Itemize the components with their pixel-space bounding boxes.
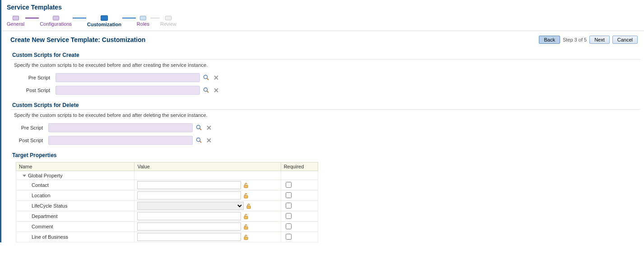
- svg-rect-18: [247, 206, 250, 209]
- step-connector: [122, 18, 136, 19]
- post-script-row: Post Script: [10, 84, 644, 97]
- svg-line-1: [207, 79, 209, 80]
- step-label: Customization: [87, 22, 121, 27]
- required-checkbox[interactable]: [286, 223, 292, 229]
- property-required-cell: [281, 222, 318, 232]
- clear-icon[interactable]: [205, 137, 213, 144]
- property-value-input[interactable]: [137, 233, 241, 241]
- create-scripts-desc: Specify the custom scripts to be execute…: [10, 60, 644, 71]
- post-script-input[interactable]: [48, 136, 193, 145]
- table-row: Line of Business: [16, 232, 318, 242]
- table-row: Department: [16, 211, 318, 222]
- search-icon[interactable]: [195, 137, 203, 144]
- cancel-button[interactable]: Cancel: [612, 36, 638, 44]
- column-header-required[interactable]: Required: [281, 162, 318, 171]
- property-value-input[interactable]: [137, 212, 241, 220]
- svg-point-4: [204, 88, 208, 92]
- target-properties-section: Target Properties Name Value Required Gl…: [1, 147, 644, 242]
- property-value-cell: [134, 180, 281, 190]
- clear-icon[interactable]: [213, 74, 220, 81]
- required-checkbox[interactable]: [286, 234, 292, 240]
- wizard-step-configurations[interactable]: Configurations: [40, 16, 72, 27]
- pre-script-label: Pre Script: [21, 75, 50, 80]
- table-row: Location: [16, 190, 318, 201]
- svg-rect-19: [244, 216, 248, 219]
- step-label: Configurations: [40, 21, 72, 27]
- property-value-cell: [134, 211, 281, 222]
- content-header: Create New Service Template: Customizati…: [1, 31, 644, 46]
- target-properties-table: Name Value Required Global Property Cont…: [16, 162, 318, 242]
- property-name: Comment: [16, 222, 134, 232]
- column-header-name[interactable]: Name: [16, 162, 134, 171]
- step-box-icon: [165, 16, 171, 20]
- property-value-input[interactable]: [137, 223, 241, 231]
- svg-rect-17: [244, 195, 248, 198]
- create-scripts-section: Custom Scripts for Create Specify the cu…: [1, 46, 644, 97]
- required-checkbox[interactable]: [286, 213, 292, 219]
- pre-script-input[interactable]: [48, 123, 193, 132]
- search-icon[interactable]: [203, 74, 210, 81]
- lock-icon[interactable]: [246, 203, 252, 209]
- lock-icon[interactable]: [243, 193, 249, 199]
- property-value-cell: [134, 201, 281, 211]
- wizard-step-general[interactable]: General: [7, 16, 24, 27]
- property-required-cell: [281, 211, 318, 222]
- button-group: Back Step 3 of 5 Next Cancel: [539, 36, 638, 44]
- property-value-cell: [134, 232, 281, 242]
- wizard-step-customization[interactable]: Customization: [87, 15, 121, 27]
- svg-rect-16: [244, 185, 248, 188]
- group-label: Global Property: [28, 173, 62, 178]
- step-connector: [73, 18, 86, 19]
- step-label: Roles: [137, 21, 149, 27]
- group-row[interactable]: Global Property: [16, 171, 318, 180]
- lock-icon[interactable]: [243, 234, 249, 241]
- required-checkbox[interactable]: [286, 182, 292, 188]
- step-connector: [25, 18, 39, 19]
- page-title: Service Templates: [1, 0, 644, 14]
- property-required-cell: [281, 180, 318, 190]
- step-label: Review: [160, 21, 176, 27]
- delete-scripts-desc: Specify the custom scripts to be execute…: [10, 110, 644, 121]
- next-button[interactable]: Next: [589, 36, 610, 44]
- search-icon[interactable]: [203, 87, 210, 94]
- svg-point-0: [204, 75, 208, 79]
- delete-scripts-section: Custom Scripts for Delete Specify the cu…: [1, 97, 644, 147]
- target-properties-title: Target Properties: [10, 149, 640, 159]
- clear-icon[interactable]: [205, 124, 213, 131]
- post-script-input[interactable]: [56, 86, 200, 95]
- pre-script-input[interactable]: [56, 73, 200, 82]
- required-checkbox[interactable]: [286, 203, 292, 209]
- search-icon[interactable]: [195, 124, 203, 131]
- step-box-icon: [140, 16, 146, 20]
- section-title: Create New Service Template: Customizati…: [10, 36, 145, 43]
- table-row: Comment: [16, 222, 318, 232]
- column-header-value[interactable]: Value: [134, 162, 281, 171]
- expand-icon[interactable]: [23, 175, 26, 177]
- step-connector: [150, 18, 159, 19]
- pre-script-row: Pre Script: [10, 71, 644, 84]
- svg-point-8: [197, 125, 200, 129]
- svg-point-12: [197, 138, 200, 142]
- svg-rect-20: [244, 227, 248, 229]
- step-label: General: [7, 21, 24, 27]
- lock-icon[interactable]: [243, 213, 249, 220]
- clear-icon[interactable]: [213, 87, 220, 94]
- table-row: Contact: [16, 180, 318, 190]
- property-value-select[interactable]: [137, 202, 244, 210]
- property-required-cell: [281, 232, 318, 242]
- back-button[interactable]: Back: [539, 36, 560, 44]
- table-row: LifeCycle Status: [16, 201, 318, 211]
- property-name: Department: [16, 211, 134, 222]
- post-script-label: Post Script: [21, 88, 50, 93]
- step-box-icon: [13, 16, 19, 20]
- wizard-step-roles[interactable]: Roles: [137, 16, 149, 27]
- wizard-step-review: Review: [160, 16, 176, 27]
- property-name: Line of Business: [16, 232, 134, 242]
- lock-icon[interactable]: [243, 224, 249, 230]
- pre-script-label: Pre Script: [14, 125, 43, 130]
- lock-icon[interactable]: [243, 182, 249, 189]
- property-value-input[interactable]: [137, 181, 241, 189]
- svg-line-9: [200, 129, 202, 130]
- required-checkbox[interactable]: [286, 192, 292, 198]
- property-value-input[interactable]: [137, 191, 241, 199]
